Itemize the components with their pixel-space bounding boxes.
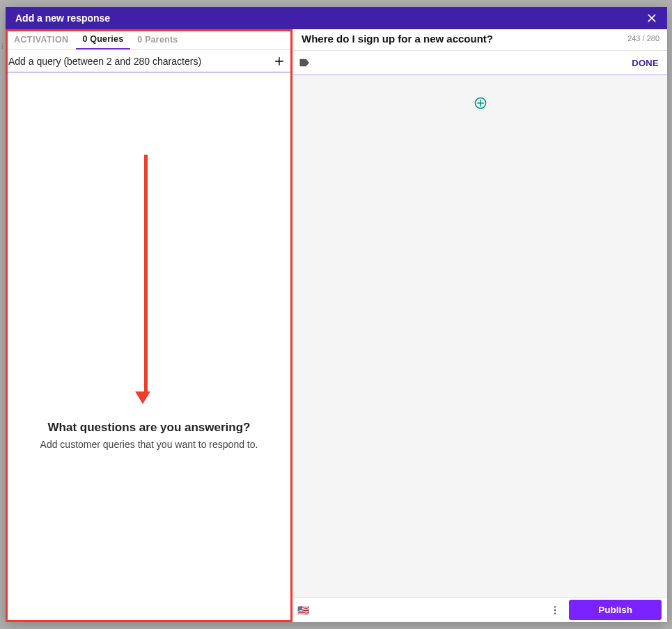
annotation-arrow (141, 155, 150, 404)
close-icon (646, 13, 657, 24)
response-footer: 🇺🇸 Publish (293, 597, 667, 622)
add-block-button[interactable] (474, 96, 487, 110)
modal-title: Add a new response (15, 13, 110, 24)
tab-bar: ACTIVATION 0 Queries 0 Parents (6, 29, 292, 50)
kebab-icon (549, 605, 561, 616)
empty-state: What questions are you answering? Add cu… (6, 72, 292, 622)
query-input[interactable] (8, 56, 273, 67)
empty-subtext: Add customer queries that you want to re… (6, 439, 292, 450)
modal-header: Add a new response (6, 7, 667, 29)
char-counter: 243 / 280 (627, 34, 659, 42)
activation-panel: ACTIVATION 0 Queries 0 Parents What ques… (6, 29, 292, 622)
svg-point-0 (554, 606, 556, 607)
publish-button[interactable]: Publish (569, 600, 662, 620)
svg-point-2 (554, 612, 556, 614)
close-button[interactable] (645, 11, 659, 25)
tab-activation-label: ACTIVATION (7, 29, 76, 49)
done-button[interactable]: DONE (632, 58, 659, 68)
empty-heading: What questions are you answering? (6, 421, 292, 435)
plus-icon (274, 56, 285, 67)
modal: Add a new response ACTIVATION 0 Queries … (6, 7, 667, 622)
language-selector[interactable]: 🇺🇸 (297, 605, 309, 616)
tag-icon (299, 58, 311, 68)
modal-body: ACTIVATION 0 Queries 0 Parents What ques… (6, 29, 667, 622)
response-title: Where do I sign up for a new account? (302, 33, 493, 45)
tab-parents[interactable]: 0 Parents (130, 29, 185, 49)
response-panel: Where do I sign up for a new account? 24… (292, 29, 667, 622)
tab-queries[interactable]: 0 Queries (76, 29, 131, 49)
background-text: i (1, 42, 3, 50)
more-options-button[interactable] (548, 602, 562, 619)
query-input-row (6, 50, 292, 72)
response-body (293, 75, 667, 597)
response-header: Where do I sign up for a new account? 24… (293, 29, 667, 50)
svg-point-1 (554, 609, 556, 610)
tag-input-row: DONE (293, 50, 667, 75)
add-query-button[interactable] (273, 55, 286, 68)
